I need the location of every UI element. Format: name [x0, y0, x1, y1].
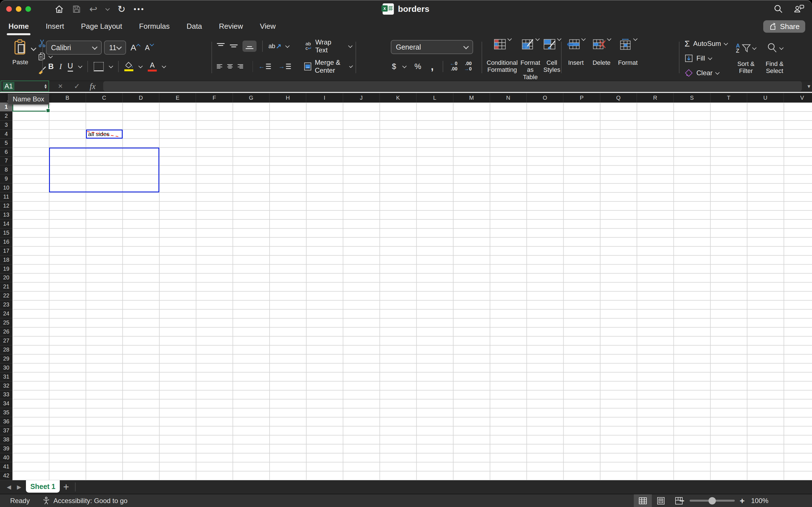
- align-top-button[interactable]: [216, 43, 225, 50]
- underline-button[interactable]: U: [68, 62, 73, 71]
- formula-input[interactable]: [103, 81, 802, 91]
- insert-function-button[interactable]: fx: [90, 80, 96, 92]
- column-header-G[interactable]: G: [233, 93, 269, 103]
- row-header-16[interactable]: 16: [0, 237, 12, 246]
- row-header-6[interactable]: 6: [0, 148, 12, 157]
- confirm-entry-button[interactable]: ✓: [74, 80, 80, 92]
- row-header-34[interactable]: 34: [0, 399, 12, 408]
- tab-page-layout[interactable]: Page Layout: [80, 21, 123, 32]
- column-header-Q[interactable]: Q: [600, 93, 637, 103]
- search-icon[interactable]: [773, 3, 784, 15]
- increase-indent-button[interactable]: →: [278, 63, 291, 70]
- row-header-14[interactable]: 14: [0, 219, 12, 228]
- zoom-slider[interactable]: [690, 500, 735, 502]
- borders-menu-chevron-icon[interactable]: [109, 64, 113, 68]
- column-header-E[interactable]: E: [159, 93, 196, 103]
- comma-button[interactable]: ,: [431, 61, 434, 72]
- row-header-23[interactable]: 23: [0, 300, 12, 309]
- column-header-B[interactable]: B: [49, 93, 86, 103]
- share-button[interactable]: Share: [763, 20, 805, 33]
- wrap-text-button[interactable]: abc↵ Wrap Text: [305, 38, 352, 54]
- column-header-F[interactable]: F: [196, 93, 233, 103]
- tab-insert[interactable]: Insert: [45, 21, 64, 32]
- currency-button[interactable]: $: [392, 62, 396, 71]
- bordered-cell-C4[interactable]: all sides: [86, 129, 123, 138]
- row-header-10[interactable]: 10: [0, 183, 12, 192]
- orientation-chevron-icon[interactable]: [285, 43, 290, 48]
- bold-button[interactable]: B: [48, 62, 54, 71]
- column-header-O[interactable]: O: [527, 93, 563, 103]
- row-header-19[interactable]: 19: [0, 265, 12, 274]
- row-header-4[interactable]: 4: [0, 129, 12, 138]
- autosum-button[interactable]: Σ AutoSum: [684, 38, 727, 50]
- font-name-select[interactable]: Calibri: [46, 41, 102, 55]
- row-header-27[interactable]: 27: [0, 336, 12, 345]
- zoom-level[interactable]: 100%: [751, 494, 768, 507]
- column-header-R[interactable]: R: [637, 93, 673, 103]
- underline-menu-chevron-icon[interactable]: [78, 64, 83, 68]
- column-header-C[interactable]: C: [86, 93, 123, 103]
- row-header-33[interactable]: 33: [0, 390, 12, 399]
- number-format-select[interactable]: General: [391, 40, 473, 54]
- borders-button[interactable]: [94, 62, 104, 71]
- row-header-37[interactable]: 37: [0, 426, 12, 435]
- zoom-slider-thumb[interactable]: [709, 497, 716, 504]
- decrease-decimal-button[interactable]: ←0.00: [450, 61, 457, 71]
- column-header-S[interactable]: S: [673, 93, 710, 103]
- row-header-17[interactable]: 17: [0, 246, 12, 256]
- row-header-31[interactable]: 31: [0, 372, 12, 381]
- sheet-tab-active[interactable]: Sheet 1: [26, 480, 60, 493]
- row-header-13[interactable]: 13: [0, 210, 12, 219]
- column-header-T[interactable]: T: [711, 93, 747, 103]
- profile-feedback-icon[interactable]: [794, 3, 805, 15]
- row-header-18[interactable]: 18: [0, 256, 12, 265]
- font-color-chevron-icon[interactable]: [162, 64, 166, 68]
- column-header-U[interactable]: U: [747, 93, 784, 103]
- row-header-42[interactable]: 42: [0, 471, 12, 480]
- row-header-5[interactable]: 5: [0, 138, 12, 148]
- add-sheet-button[interactable]: +: [63, 480, 69, 494]
- italic-button[interactable]: I: [59, 62, 62, 71]
- normal-view-button[interactable]: [634, 494, 652, 507]
- row-header-11[interactable]: 11: [0, 192, 12, 202]
- row-header-24[interactable]: 24: [0, 309, 12, 318]
- tab-home[interactable]: Home: [8, 21, 29, 32]
- tab-view[interactable]: View: [259, 21, 276, 32]
- column-header-P[interactable]: P: [563, 93, 600, 103]
- cell-styles-button[interactable]: Cell Styles: [543, 38, 561, 73]
- column-header-V[interactable]: V: [784, 93, 812, 103]
- prev-sheet-icon[interactable]: ◀: [7, 480, 11, 494]
- orientation-button[interactable]: ab ↗: [268, 42, 282, 50]
- font-color-button[interactable]: A: [148, 62, 157, 71]
- format-cells-button[interactable]: Format: [618, 38, 638, 66]
- bordered-range-B6:D10[interactable]: [49, 148, 159, 193]
- paste-menu-chevron-icon[interactable]: [31, 45, 36, 51]
- column-header-L[interactable]: L: [416, 93, 453, 103]
- page-layout-view-button[interactable]: [652, 494, 670, 507]
- fill-button[interactable]: Fill: [684, 52, 727, 64]
- formula-bar-expand-icon[interactable]: ▾: [808, 83, 810, 90]
- name-box-steppers[interactable]: ▲▼: [44, 81, 47, 91]
- increase-decimal-button[interactable]: .00→0: [464, 61, 472, 71]
- next-sheet-icon[interactable]: ▶: [17, 480, 21, 494]
- row-header-25[interactable]: 25: [0, 318, 12, 327]
- percent-button[interactable]: %: [414, 62, 421, 71]
- row-header-30[interactable]: 30: [0, 363, 12, 372]
- tab-review[interactable]: Review: [218, 21, 244, 32]
- row-header-32[interactable]: 32: [0, 381, 12, 390]
- fill-handle[interactable]: [46, 108, 50, 113]
- sort-filter-button[interactable]: AZ Sort & Filter: [736, 40, 756, 75]
- accessibility-status[interactable]: Accessibility: Good to go: [42, 497, 128, 505]
- delete-cells-button[interactable]: Delete: [592, 38, 611, 66]
- clear-button[interactable]: Clear: [684, 67, 727, 79]
- row-header-22[interactable]: 22: [0, 291, 12, 300]
- row-header-28[interactable]: 28: [0, 345, 12, 354]
- tab-data[interactable]: Data: [186, 21, 203, 32]
- find-select-button[interactable]: Find & Select: [765, 40, 783, 75]
- stepper-down-icon[interactable]: ▼: [44, 86, 47, 89]
- row-header-38[interactable]: 38: [0, 435, 12, 444]
- cut-button[interactable]: [38, 38, 46, 48]
- column-header-I[interactable]: I: [306, 93, 343, 103]
- row-header-9[interactable]: 9: [0, 174, 12, 183]
- row-header-20[interactable]: 20: [0, 274, 12, 283]
